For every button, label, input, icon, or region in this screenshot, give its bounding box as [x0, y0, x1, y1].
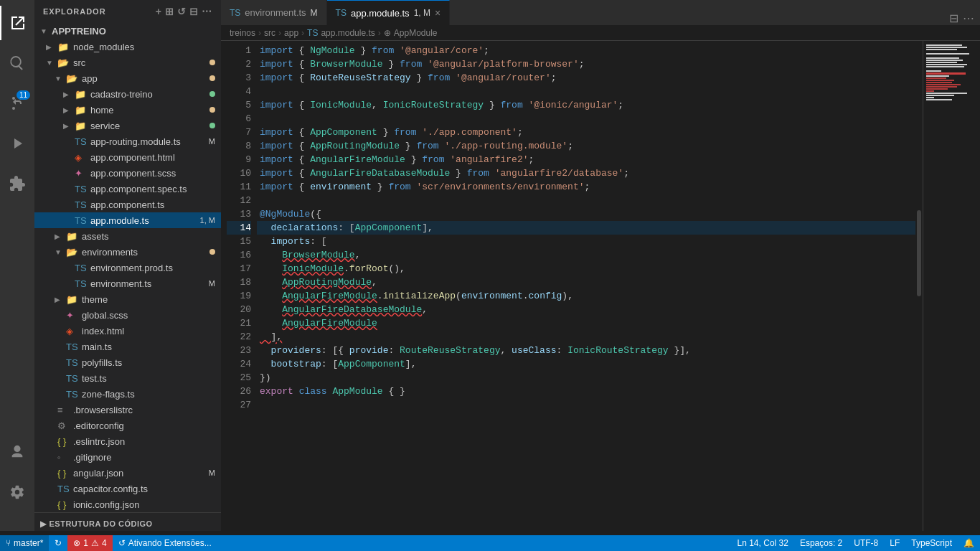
tree-gitignore[interactable]: ▶ ◦ .gitignore [34, 449, 221, 465]
notifications-bell[interactable]: 🔔 [958, 535, 980, 551]
split-editor-icon[interactable]: ⊟ [949, 11, 958, 25]
eol[interactable]: LF [884, 535, 905, 551]
zone-ts-icon: TS [66, 389, 79, 400]
editor-scrollbar-thumb[interactable] [917, 210, 921, 296]
tab-module-ts-close[interactable]: × [435, 7, 440, 19]
indentation[interactable]: Espaços: 2 [794, 535, 848, 551]
cadastro-dot [209, 91, 215, 97]
activity-bar-account[interactable] [0, 435, 34, 469]
breadcrumb-symbol[interactable]: AppModule [394, 28, 438, 38]
encoding[interactable]: UTF-8 [848, 535, 884, 551]
tree-polyfills-ts[interactable]: ▶ TS polyfills.ts [34, 354, 221, 370]
activity-bar-settings[interactable] [0, 475, 34, 509]
activity-bar-bottom [0, 435, 34, 509]
tree-eslintrc[interactable]: ▶ { } .eslintrc.json [34, 433, 221, 449]
env-ts-icon: TS [75, 278, 88, 289]
src-arrow: ▼ [46, 59, 57, 67]
html-icon: ◈ [75, 152, 88, 163]
tree-index-html[interactable]: ▶ ◈ index.html [34, 323, 221, 339]
tree-environments[interactable]: ▼ 📂 environments [34, 244, 221, 260]
breadcrumb-app[interactable]: app [284, 28, 298, 38]
tree-test-ts[interactable]: ▶ TS test.ts [34, 370, 221, 386]
activity-bar-search[interactable] [0, 46, 34, 80]
cursor-position[interactable]: Ln 14, Col 32 [732, 535, 794, 551]
tree-home[interactable]: ▶ 📁 home [34, 102, 221, 118]
code-line-24: bootstrap: [AppComponent], [257, 357, 980, 371]
tree-assets[interactable]: ▶ 📁 assets [34, 228, 221, 244]
tree-capacitor-ts[interactable]: ▶ TS capacitor.config.ts [34, 481, 221, 496]
tree-app-component-spec[interactable]: ▶ TS app.component.spec.ts [34, 181, 221, 197]
new-folder-icon[interactable]: ⊞ [165, 6, 174, 17]
errors-warnings[interactable]: ⊗ 1 ⚠ 4 [67, 535, 112, 551]
tab-environment-ts[interactable]: TS environment.ts M [221, 0, 327, 25]
encoding-label: UTF-8 [854, 538, 878, 548]
tree-app-routing[interactable]: ▶ TS app-routing.module.ts M [34, 133, 221, 149]
code-line-14: declarations: [AppComponent], [257, 221, 980, 235]
tabs-bar: TS environment.ts M TS app.module.ts 1, … [221, 0, 980, 25]
tree-app-module-ts[interactable]: ▶ TS app.module.ts 1, M [34, 212, 221, 228]
spin-icon: ↺ [118, 538, 126, 548]
env-arrow: ▼ [55, 248, 66, 256]
activity-bar-run[interactable] [0, 126, 34, 161]
new-file-icon[interactable]: + [156, 6, 162, 17]
code-line-21: AngularFireModule [257, 316, 980, 330]
tree-root[interactable]: ▼ APPTREINO [34, 23, 221, 39]
code-line-12 [257, 194, 980, 207]
activity-bar-extensions[interactable] [0, 166, 34, 201]
tree-angular-json[interactable]: ▶ { } angular.json M [34, 465, 221, 481]
tab-env-ts-icon: TS [230, 8, 240, 18]
activity-bar-source-control[interactable]: 11 [0, 86, 34, 121]
language-mode[interactable]: TypeScript [905, 535, 958, 551]
tree-ionic-json[interactable]: ▶ { } ionic.config.json [34, 496, 221, 512]
home-dot [209, 107, 215, 113]
estrutura-do-codigo-header[interactable]: ▶ ESTRUTURA DO CÓDIGO [34, 516, 221, 531]
code-line-5: import { IonicModule, IonicRouteStrategy… [257, 98, 980, 112]
module-ts-icon: TS [75, 215, 88, 226]
source-control-badge: 11 [17, 90, 30, 100]
tree-app-component-html[interactable]: ▶ ◈ app.component.html [34, 149, 221, 165]
more-tabs-icon[interactable]: ⋯ [963, 11, 974, 25]
editor-scrollbar[interactable] [915, 82, 923, 511]
sync-icon-item[interactable]: ↻ [49, 535, 67, 551]
code-line-6 [257, 112, 980, 126]
tree-node-modules[interactable]: ▶ 📁 node_modules [34, 39, 221, 55]
app-dot [209, 75, 215, 81]
sep1: › [258, 28, 261, 38]
code-content[interactable]: import { NgModule } from '@angular/core'… [257, 41, 980, 531]
service-folder-icon: 📁 [75, 121, 88, 131]
tab-module-ts-icon: TS [336, 8, 347, 18]
tree-global-scss[interactable]: ▶ ✦ global.scss [34, 307, 221, 323]
tree-browserslistrc[interactable]: ▶ ≡ .browserslistrc [34, 402, 221, 418]
code-line-11: import { environment } from 'scr/environ… [257, 180, 980, 194]
tree-zone-flags-ts[interactable]: ▶ TS zone-flags.ts [34, 386, 221, 402]
tree-environment-ts[interactable]: ▶ TS environment.ts M [34, 276, 221, 291]
collapse-all-icon[interactable]: ⊟ [189, 6, 199, 17]
notification-item[interactable]: ↺ Ativando Extensões... [113, 535, 217, 551]
code-line-9: import { AngularFireModule } from 'angul… [257, 153, 980, 166]
sidebar: EXPLORADOR + ⊞ ↺ ⊟ ⋯ ▼ APPTREINO ▶ 📁 nod… [34, 0, 221, 531]
breadcrumb-filename[interactable]: app.module.ts [321, 28, 374, 38]
sep3: › [301, 28, 304, 38]
sep2: › [278, 28, 281, 38]
tree-editorconfig[interactable]: ▶ ⚙ .editorconfig [34, 418, 221, 433]
tree-app-component-scss[interactable]: ▶ ✦ app.component.scss [34, 165, 221, 181]
tree-src[interactable]: ▼ 📂 src [34, 55, 221, 70]
breadcrumb-treinos[interactable]: treinos [230, 28, 255, 38]
tree-theme[interactable]: ▶ 📁 theme [34, 291, 221, 307]
refresh-icon[interactable]: ↺ [177, 6, 187, 17]
activity-bar-explorer[interactable] [0, 6, 34, 40]
tree-app-component-ts[interactable]: ▶ TS app.component.ts [34, 197, 221, 212]
home-folder-icon: 📁 [75, 105, 88, 116]
gitignore-icon: ◦ [57, 452, 70, 463]
tab-app-module-ts[interactable]: TS app.module.ts 1, M × [327, 0, 451, 25]
tree-app[interactable]: ▼ 📂 app [34, 70, 221, 86]
tree-main-ts[interactable]: ▶ TS main.ts [34, 339, 221, 354]
git-branch[interactable]: ⑂ master* [0, 535, 49, 551]
code-line-10: import { AngularFireDatabaseModule } fro… [257, 166, 980, 180]
tree-environment-prod[interactable]: ▶ TS environment.prod.ts [34, 260, 221, 276]
tree-cadastro-treino[interactable]: ▶ 📁 cadastro-treino [34, 86, 221, 102]
tree-service[interactable]: ▶ 📁 service [34, 118, 221, 133]
more-actions-icon[interactable]: ⋯ [202, 6, 212, 17]
assets-label: assets [82, 231, 221, 242]
breadcrumb-src[interactable]: src [264, 28, 275, 38]
